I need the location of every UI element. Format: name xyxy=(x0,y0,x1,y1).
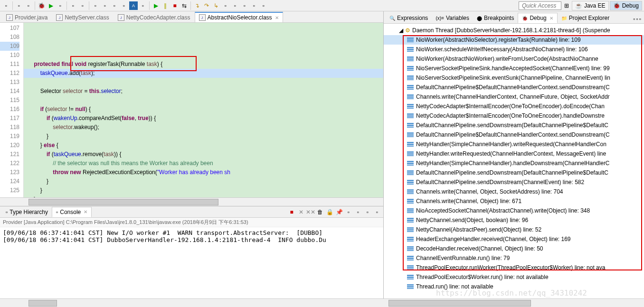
code-line[interactable]: if (selector != null) { xyxy=(28,105,379,114)
scroll-lock-icon[interactable]: 🔒 xyxy=(325,208,334,216)
toolbar-icon[interactable]: ▫ xyxy=(231,1,239,10)
stack-frame-row[interactable]: NettyCodecAdapter$InternalEncoder(OneToO… xyxy=(384,111,644,121)
stack-frame-row[interactable]: NioWorker(AbstractNioWorker).writeFromUs… xyxy=(384,54,644,64)
code-line[interactable]: selector.wakeup(); xyxy=(28,123,379,132)
code-line[interactable] xyxy=(28,51,379,60)
editor-tab[interactable]: JNettyCodecAdapter.class xyxy=(114,12,195,22)
perspective-debug[interactable]: 🐞Debug xyxy=(610,1,642,10)
code-editor[interactable]: 1071081091101111121131141151161171181191… xyxy=(0,23,383,197)
code-line[interactable]: // the selector was null this means the … xyxy=(28,159,379,168)
remove-all-icon[interactable]: ✕✕ xyxy=(306,208,315,216)
step-over-icon[interactable]: ↷ xyxy=(202,1,211,10)
stack-frame-row[interactable]: DefaultChannelPipeline.sendDownstream(Ch… xyxy=(384,177,644,187)
pin-icon[interactable]: 📌 xyxy=(335,208,343,216)
stack-frame-row[interactable]: NettyCodecAdapter$InternalEncoder(OneToO… xyxy=(384,102,644,111)
perspective-switch-icon[interactable]: ⊞ xyxy=(562,1,571,10)
toolbar-icon[interactable]: ▫ xyxy=(78,1,87,10)
stack-frame-row[interactable]: Channels.write(Channel, Object, SocketAd… xyxy=(384,187,644,196)
step-return-icon[interactable]: ↳ xyxy=(212,1,220,10)
display-icon[interactable]: ▫ xyxy=(344,208,353,216)
toolbar-icon[interactable]: ▫ xyxy=(2,1,10,10)
resume-icon[interactable]: ▶ xyxy=(152,1,160,10)
stack-frame-row[interactable]: NioServerSocketPipelineSink.eventSunk(Ch… xyxy=(384,73,644,83)
toolbar-icon[interactable]: ▫ xyxy=(139,1,147,10)
close-icon[interactable]: ✕ xyxy=(549,16,553,21)
toolbar-icon[interactable]: ▫ xyxy=(69,1,77,10)
stack-frame-row[interactable]: NettyHandler.writeRequested(ChannelHandl… xyxy=(384,149,644,158)
view-menu-icon[interactable]: ▫ xyxy=(633,16,635,22)
min-icon[interactable]: ▫ xyxy=(363,208,372,216)
code-line[interactable]: throw new RejectedExecutionException("Wo… xyxy=(28,168,379,177)
code-line[interactable]: } xyxy=(28,132,379,141)
stack-frame-row[interactable]: DefaultChannelPipeline$DefaultChannelHan… xyxy=(384,130,644,140)
view-tab-project-explorer[interactable]: 📁Project Explorer xyxy=(558,13,613,23)
stack-frame-row[interactable]: DefaultChannelPipeline$DefaultChannelHan… xyxy=(384,83,644,92)
stack-frame-row[interactable]: NettyChannel(AbstractPeer).send(Object) … xyxy=(384,225,644,234)
code-body[interactable]: protected final void registerTask(Runnab… xyxy=(24,23,383,197)
run-icon[interactable]: ▶ xyxy=(47,1,55,10)
toolbar-icon[interactable]: ▫ xyxy=(110,1,119,10)
toolbar-icon[interactable]: ▫ xyxy=(259,1,268,10)
remove-launch-icon[interactable]: ✕ xyxy=(297,208,305,216)
editor-hscroll[interactable] xyxy=(0,197,383,206)
code-line[interactable]: taskQueue.add(task); xyxy=(24,69,383,78)
view-tab-debug[interactable]: 🐞Debug✕ xyxy=(518,13,557,23)
stack-frame-row[interactable]: NioWorker.scheduleWriteIfNecessary(Abstr… xyxy=(384,45,644,54)
editor-tab[interactable]: JProvider.java xyxy=(2,12,52,22)
stack-frame-row[interactable]: NettyHandler(SimpleChannelHandler).write… xyxy=(384,140,644,149)
code-line[interactable]: Selector selector = this.selector; xyxy=(28,87,379,96)
debug-thread-row[interactable]: ◢⚙Daemon Thread [DubboServerHandler-192.… xyxy=(384,26,644,35)
maximize-icon[interactable]: ▫ xyxy=(639,16,641,22)
stack-frame-row[interactable]: DefaultChannelPipeline.sendDownstream(De… xyxy=(384,168,644,177)
open-console-icon[interactable]: ▫ xyxy=(354,208,362,216)
console-tab[interactable]: ▫Console✕ xyxy=(52,207,92,217)
toolbar-icon[interactable]: ▫ xyxy=(221,1,230,10)
terminate-icon[interactable]: ■ xyxy=(170,1,179,10)
terminate-icon[interactable]: ■ xyxy=(287,208,296,216)
bottom-scroll[interactable] xyxy=(0,298,644,307)
stack-frame-row[interactable]: Thread.run() line: not available xyxy=(384,282,644,291)
quick-access-input[interactable] xyxy=(519,1,561,10)
perspective-java-ee[interactable]: ☕Java EE xyxy=(572,1,609,10)
stack-frame-row[interactable]: Channels.write(Channel, Object) line: 67… xyxy=(384,196,644,206)
console-tab[interactable]: ▫Type Hierarchy xyxy=(2,207,52,217)
view-tab-breakpoints[interactable]: ⬤Breakpoints xyxy=(473,13,518,23)
stack-frame-row[interactable]: NioServerSocketPipelineSink.handleAccept… xyxy=(384,64,644,73)
toolbar-icon[interactable]: ▫ xyxy=(56,1,65,10)
console-output[interactable]: [09/06/18 06:37:41:041 CST] New I/O work… xyxy=(0,227,383,298)
stack-frame-row[interactable]: Channels.write(ChannelHandlerContext, Ch… xyxy=(384,92,644,102)
toolbar-icon[interactable]: ▫ xyxy=(240,1,249,10)
clear-icon[interactable]: 🗑 xyxy=(316,208,324,216)
toolbar-icon[interactable]: A xyxy=(129,1,138,10)
close-icon[interactable]: ✕ xyxy=(84,209,87,214)
stack-frame-row[interactable]: DecodeHandler.received(Channel, Object) … xyxy=(384,244,644,253)
stack-frame-row[interactable]: ChannelEventRunnable.run() line: 79 xyxy=(384,253,644,263)
stack-frame-row[interactable]: NettyChannel.send(Object, boolean) line:… xyxy=(384,215,644,225)
minimize-icon[interactable]: ▫ xyxy=(636,16,638,22)
code-line[interactable]: } xyxy=(28,186,379,195)
code-line[interactable]: } xyxy=(28,177,379,186)
stack-frame-row[interactable]: ThreadPoolExecutor.runWorker(ThreadPoolE… xyxy=(384,263,644,272)
expand-icon[interactable]: ◢ xyxy=(399,27,403,34)
editor-tab[interactable]: JNettyServer.class xyxy=(52,12,113,22)
debug-icon[interactable]: 🐞 xyxy=(37,1,46,10)
toolbar-icon[interactable]: ▫ xyxy=(24,1,33,10)
max-icon[interactable]: ▫ xyxy=(373,208,381,216)
stack-frame-row[interactable]: NioAcceptedSocketChannel(AbstractChannel… xyxy=(384,206,644,215)
close-icon[interactable]: ✕ xyxy=(275,15,279,20)
toolbar-icon[interactable]: ▫ xyxy=(91,1,100,10)
debug-stack-tree[interactable]: ◢⚙Daemon Thread [DubboServerHandler-192.… xyxy=(384,24,644,298)
stack-frame-row[interactable]: NioWorker(AbstractNioSelector).registerT… xyxy=(384,35,644,45)
suspend-icon[interactable]: ‖ xyxy=(161,1,170,10)
stack-frame-row[interactable]: HeaderExchangeHandler.received(Channel, … xyxy=(384,234,644,244)
code-line[interactable]: protected final void registerTask(Runnab… xyxy=(28,60,379,69)
code-line[interactable]: if (wakenUp.compareAndSet(false, true)) … xyxy=(28,114,379,123)
toolbar-icon[interactable]: ▫ xyxy=(101,1,109,10)
toolbar-icon[interactable]: ▫ xyxy=(250,1,258,10)
view-tab-variables[interactable]: (x)=Variables xyxy=(432,13,473,23)
disconnect-icon[interactable]: ⇆ xyxy=(180,1,189,10)
stack-frame-row[interactable]: DefaultChannelPipeline.sendDownstream(De… xyxy=(384,121,644,130)
stack-frame-row[interactable]: NettyHandler(SimpleChannelHandler).handl… xyxy=(384,158,644,168)
stack-frame-row[interactable]: ThreadPoolExecutor$Worker.run() line: no… xyxy=(384,272,644,282)
code-line[interactable] xyxy=(28,78,379,87)
